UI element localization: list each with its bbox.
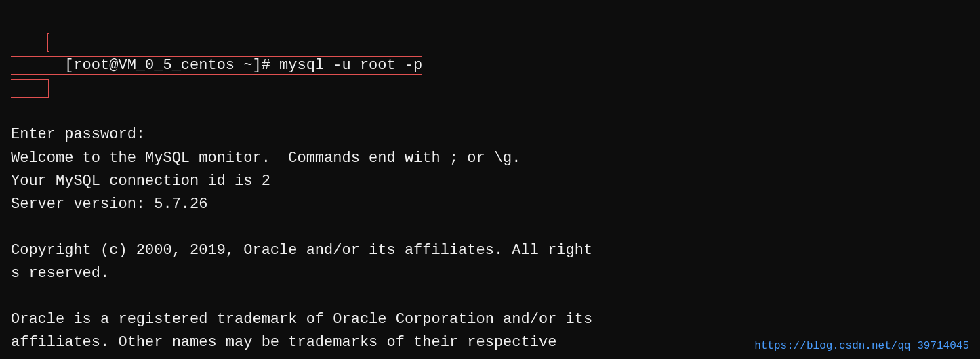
output-line-11: owners. — [11, 354, 969, 359]
blank-line-1 — [11, 216, 969, 239]
command-text: [root@VM_0_5_centos ~]# mysql -u root -p — [64, 57, 422, 74]
blank-line-2 — [11, 285, 969, 308]
output-line-3: Your MySQL connection id is 2 — [11, 170, 969, 193]
command-line: [root@VM_0_5_centos ~]# mysql -u root -p — [11, 8, 969, 123]
terminal-window: [root@VM_0_5_centos ~]# mysql -u root -p… — [0, 0, 980, 359]
output-line-2: Welcome to the MySQL monitor. Commands e… — [11, 147, 969, 170]
csdn-link[interactable]: https://blog.csdn.net/qq_39714045 — [754, 340, 969, 352]
output-line-9: Oracle is a registered trademark of Orac… — [11, 308, 969, 331]
output-line-4: Server version: 5.7.26 — [11, 193, 969, 216]
output-line-6: Copyright (c) 2000, 2019, Oracle and/or … — [11, 239, 969, 262]
output-line-7: s reserved. — [11, 262, 969, 285]
command-highlight: [root@VM_0_5_centos ~]# mysql -u root -p — [11, 33, 422, 98]
output-line-1: Enter password: — [11, 123, 969, 146]
